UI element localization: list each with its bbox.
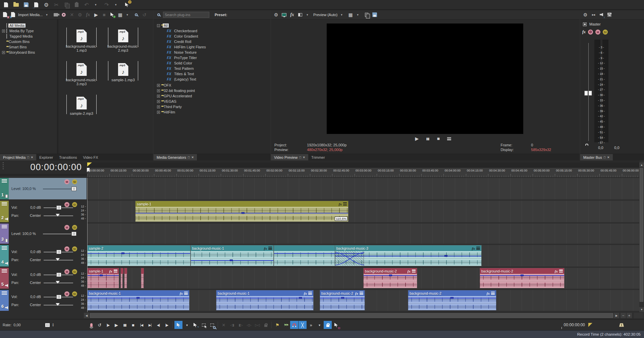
split-events-button[interactable]: ✕ [220,321,228,329]
volume-envelope[interactable] [88,275,119,276]
publish-project-icon[interactable]: → [32,1,40,9]
downmix-output-icon[interactable]: ↓ [598,11,605,18]
clip-fragment[interactable] [141,268,144,288]
go-to-start-button[interactable]: |◀ [138,321,146,329]
video-output-fx-icon[interactable]: fx [288,11,296,18]
master-fader-handle-right[interactable] [588,91,592,96]
import-media-icon[interactable]: ↴ [9,11,17,18]
plugin-folder-vegas[interactable]: +VEGAS [154,99,270,104]
search-media-icon[interactable] [132,11,140,18]
clip-fx-icon[interactable]: fx [339,202,342,206]
clip-menu-icon[interactable] [491,292,495,295]
track-header-2[interactable]: 2MS!Vol:0,0 dBPan:Center12 -24 -36 -48 - [0,201,87,222]
clip-menu-icon[interactable] [184,292,188,295]
refresh-icon[interactable]: ↺ [141,11,148,18]
track-menu-icon[interactable] [2,269,7,273]
clip-background-music-2[interactable]: background-music-2fx [408,290,496,310]
tab-trimmer[interactable]: Trimmer [308,154,328,160]
envelope-point[interactable] [299,297,302,299]
clip-header[interactable]: background-music-2fx [320,290,365,296]
clip-fx-icon[interactable]: fx [264,246,267,250]
auto-ripple-button[interactable]: » [307,321,315,329]
expand-toggle[interactable]: + [157,95,160,98]
envelope-point[interactable] [137,297,140,299]
track-header-6[interactable]: 6MS!Vol:0,0 dBPan:Center12 -24 -36 -48 - [0,290,87,311]
expand-toggle[interactable]: - [157,24,160,27]
clip-fx-icon[interactable]: fx [304,291,307,295]
lock-envelopes-button[interactable] [324,321,332,329]
open-project-icon[interactable] [12,1,20,9]
track-color-strip[interactable]: 4 [0,245,9,267]
level-slider-handle[interactable] [71,232,76,236]
clip-background-music-2[interactable]: background-music-2fx [320,290,365,310]
mixer-properties-icon[interactable]: ⚙ [582,11,589,18]
clip-fx-icon[interactable]: fx [180,291,183,295]
volume-slider[interactable] [44,297,73,297]
volume-slider-handle[interactable] [56,205,61,210]
view-audio-meters-icon[interactable] [606,11,613,18]
track-solo-button[interactable]: S! [72,291,77,296]
plugin-search-input[interactable] [163,12,209,18]
grid-overlay-dropdown[interactable]: ▾ [355,11,362,18]
scroll-left-button[interactable]: ◀ [84,313,89,318]
tab-media-generators[interactable]: Media Generators□✕ [154,154,197,160]
close-panel-icon[interactable]: ✕ [303,156,306,159]
play-from-start-button[interactable]: |▶ [104,321,112,329]
plugin-folder-third-party[interactable]: +Third Party [154,104,270,109]
pan-slider-handle[interactable] [56,281,60,284]
envelope-point[interactable] [230,259,233,261]
lock-event-button[interactable] [262,321,270,329]
clip-menu-icon[interactable] [360,292,363,295]
track-color-strip[interactable]: 6 [0,290,9,311]
generator-checkerboard[interactable]: FXCheckerboard [154,28,270,34]
envelope-point[interactable] [521,275,524,276]
track-menu-icon[interactable] [2,225,7,229]
views-dropdown[interactable]: ▾ [124,11,132,18]
clip-header[interactable]: sample-1fx [136,201,348,207]
media-file-item[interactable]: .mp3♪sample-1.mp3 [103,63,143,82]
clip-fx-icon[interactable]: fx [408,269,411,273]
next-frame-button[interactable]: |▶ [163,321,171,329]
pan-slider-handle[interactable] [56,214,60,216]
envelope-point[interactable] [450,297,453,299]
clip-menu-icon[interactable] [476,247,480,250]
horizontal-scrollbar[interactable]: ◀ ▶ − + [84,312,644,319]
new-project-icon[interactable] [2,1,10,9]
track-mute-button[interactable]: M [64,246,69,251]
auto-ripple-dropdown[interactable]: ▾ [315,321,323,329]
volume-slider[interactable] [44,207,73,208]
project-video-properties-icon[interactable]: ⚙ [272,11,280,18]
track-lane-6[interactable]: background-music-1fxbackground-music-1fx… [87,290,639,311]
level-slider[interactable] [43,234,76,234]
clip-menu-icon[interactable] [559,270,563,273]
volume-slider-handle[interactable] [56,250,61,254]
envelope-point[interactable] [389,275,392,276]
pan-slider[interactable] [44,283,73,283]
restore-panel-icon[interactable]: □ [299,156,301,159]
generator-hitfilm-light-flares[interactable]: FXHitFilm Light Flares [154,44,270,50]
media-bin-icon[interactable]: ✚ [1,11,9,18]
clip-fx-icon[interactable]: fx [109,269,112,273]
whats-this-help-icon[interactable]: ? [123,1,131,9]
track-color-strip[interactable]: 2 [0,201,9,222]
clip-background-music-1[interactable]: background-music-1fx [87,290,190,310]
clip-header[interactable]: background-music-1fx [191,245,273,251]
save-project-icon[interactable] [22,1,30,9]
copy-icon[interactable] [62,1,70,9]
split-trim-button[interactable] [332,321,340,329]
vscroll-thumb[interactable] [640,168,643,302]
scroll-down-button[interactable]: ▼ [639,307,644,312]
track-lane-1[interactable] [87,178,639,199]
hscroll-thumb[interactable] [90,313,613,318]
track-lane-5[interactable]: sample-1fxbackground-music-2fxbackground… [87,268,639,289]
generator-protype-titler[interactable]: FXProType Titler [154,55,270,60]
paste-icon[interactable] [72,1,80,9]
extract-audio-icon[interactable] [60,11,67,18]
insert-bus-icon[interactable]: ▸◂ [590,11,597,18]
metronome-icon[interactable] [619,323,624,327]
rate-spinner[interactable]: ▲▼ [52,323,54,327]
split-screen-dropdown[interactable]: ▾ [305,11,312,18]
clip-fragment[interactable] [124,268,127,288]
clip-menu-icon[interactable] [343,202,347,205]
track-menu-icon[interactable] [2,246,7,250]
